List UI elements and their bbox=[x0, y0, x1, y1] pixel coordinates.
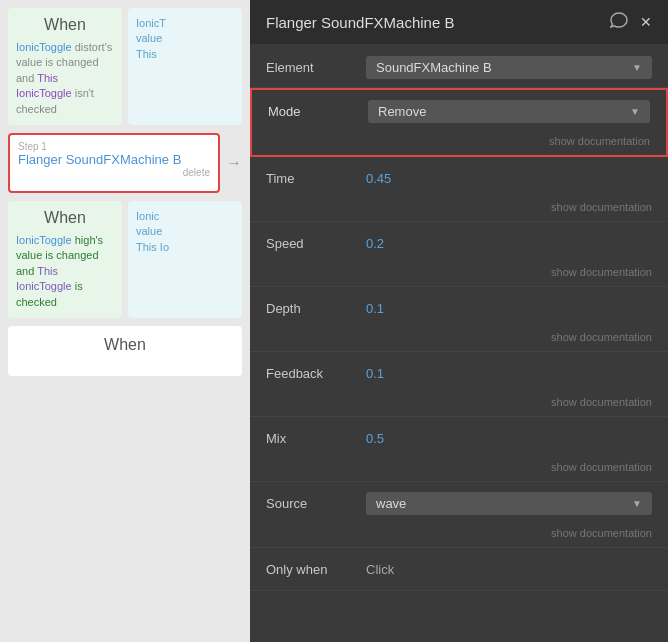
mode-field-row: Mode Remove ▼ show documentation bbox=[250, 88, 668, 157]
time-label: Time bbox=[266, 171, 366, 186]
depth-value[interactable]: 0.1 bbox=[366, 301, 652, 316]
speed-field-row: Speed 0.2 show documentation bbox=[250, 222, 668, 287]
source-doc-link[interactable]: show documentation bbox=[250, 525, 668, 547]
mode-doc-link[interactable]: show documentation bbox=[252, 133, 666, 155]
feedback-main: Feedback 0.1 bbox=[250, 352, 668, 394]
step-card[interactable]: Step 1 Flanger SoundFXMachine B delete bbox=[8, 133, 220, 193]
speed-value[interactable]: 0.2 bbox=[366, 236, 652, 251]
mode-label: Mode bbox=[268, 104, 368, 119]
only-when-main: Only when Click bbox=[250, 548, 668, 590]
close-icon[interactable]: ✕ bbox=[640, 14, 652, 30]
right-panel: Flanger SoundFXMachine B ✕ Element Sound… bbox=[250, 0, 668, 642]
only-when-field-row: Only when Click bbox=[250, 548, 668, 591]
mix-main: Mix 0.5 bbox=[250, 417, 668, 459]
when-text-2: IonicToggle high's value is changed and … bbox=[16, 233, 114, 310]
mix-field-row: Mix 0.5 show documentation bbox=[250, 417, 668, 482]
source-main: Source wave ▼ bbox=[250, 482, 668, 525]
speed-main: Speed 0.2 bbox=[250, 222, 668, 264]
depth-main: Depth 0.1 bbox=[250, 287, 668, 329]
when-card-1-right: IonicTvalueThis bbox=[128, 8, 242, 125]
time-field-row: Time 0.45 show documentation bbox=[250, 157, 668, 222]
time-doc-link[interactable]: show documentation bbox=[250, 199, 668, 221]
feedback-field-row: Feedback 0.1 show documentation bbox=[250, 352, 668, 417]
feedback-label: Feedback bbox=[266, 366, 366, 381]
element-field-row: Element SoundFXMachine B ▼ bbox=[250, 44, 668, 88]
panel-title: Flanger SoundFXMachine B bbox=[266, 14, 454, 31]
mode-dropdown-arrow: ▼ bbox=[630, 106, 640, 117]
when-title-1: When bbox=[16, 16, 114, 34]
only-when-value[interactable]: Click bbox=[366, 562, 652, 577]
arrow-icon: → bbox=[226, 154, 242, 172]
element-dropdown-arrow: ▼ bbox=[632, 62, 642, 73]
when-title-3: When bbox=[18, 336, 232, 354]
element-main: Element SoundFXMachine B ▼ bbox=[250, 44, 668, 87]
panel-header: Flanger SoundFXMachine B ✕ bbox=[250, 0, 668, 44]
element-value: SoundFXMachine B bbox=[376, 60, 492, 75]
when-text-1: IonicToggle distort's value is changed a… bbox=[16, 40, 114, 117]
when-card-1-left: When IonicToggle distort's value is chan… bbox=[8, 8, 122, 125]
when-card-2-left: When IonicToggle high's value is changed… bbox=[8, 201, 122, 318]
feedback-doc-link[interactable]: show documentation bbox=[250, 394, 668, 416]
depth-label: Depth bbox=[266, 301, 366, 316]
step-title: Flanger SoundFXMachine B bbox=[18, 152, 210, 167]
card-row-2: When IonicToggle high's value is changed… bbox=[8, 201, 242, 318]
source-value: wave bbox=[376, 496, 406, 511]
mix-label: Mix bbox=[266, 431, 366, 446]
source-label: Source bbox=[266, 496, 366, 511]
step-row: Step 1 Flanger SoundFXMachine B delete → bbox=[8, 133, 242, 193]
mix-value[interactable]: 0.5 bbox=[366, 431, 652, 446]
card-row-1: When IonicToggle distort's value is chan… bbox=[8, 8, 242, 125]
mode-select[interactable]: Remove ▼ bbox=[368, 100, 650, 123]
when-text-2-right: IonicvalueThis Io bbox=[136, 209, 234, 255]
step-delete[interactable]: delete bbox=[18, 167, 210, 178]
feedback-value[interactable]: 0.1 bbox=[366, 366, 652, 381]
when-title-2: When bbox=[16, 209, 114, 227]
mode-value: Remove bbox=[378, 104, 426, 119]
comment-icon[interactable] bbox=[610, 12, 628, 32]
element-select[interactable]: SoundFXMachine B ▼ bbox=[366, 56, 652, 79]
depth-field-row: Depth 0.1 show documentation bbox=[250, 287, 668, 352]
speed-label: Speed bbox=[266, 236, 366, 251]
when-text-1-right: IonicTvalueThis bbox=[136, 16, 234, 62]
mix-doc-link[interactable]: show documentation bbox=[250, 459, 668, 481]
depth-doc-link[interactable]: show documentation bbox=[250, 329, 668, 351]
panel-icons: ✕ bbox=[610, 12, 652, 32]
when-card-2-right: IonicvalueThis Io bbox=[128, 201, 242, 318]
only-when-label: Only when bbox=[266, 562, 366, 577]
source-field-row: Source wave ▼ show documentation bbox=[250, 482, 668, 548]
left-panel: When IonicToggle distort's value is chan… bbox=[0, 0, 250, 642]
time-main: Time 0.45 bbox=[250, 157, 668, 199]
when-card-3: When bbox=[8, 326, 242, 376]
source-select[interactable]: wave ▼ bbox=[366, 492, 652, 515]
panel-body: Element SoundFXMachine B ▼ Mode Remove ▼… bbox=[250, 44, 668, 642]
element-label: Element bbox=[266, 60, 366, 75]
speed-doc-link[interactable]: show documentation bbox=[250, 264, 668, 286]
time-value[interactable]: 0.45 bbox=[366, 171, 652, 186]
step-label: Step 1 bbox=[18, 141, 210, 152]
mode-main: Mode Remove ▼ bbox=[252, 90, 666, 133]
source-dropdown-arrow: ▼ bbox=[632, 498, 642, 509]
